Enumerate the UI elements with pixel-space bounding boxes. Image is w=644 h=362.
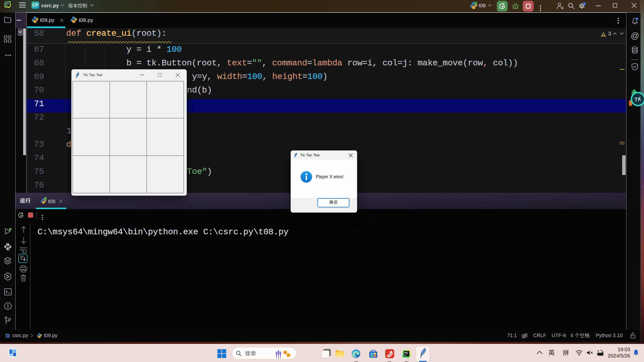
- svg-text:PC: PC: [405, 351, 408, 354]
- svg-text:PC: PC: [6, 3, 9, 5]
